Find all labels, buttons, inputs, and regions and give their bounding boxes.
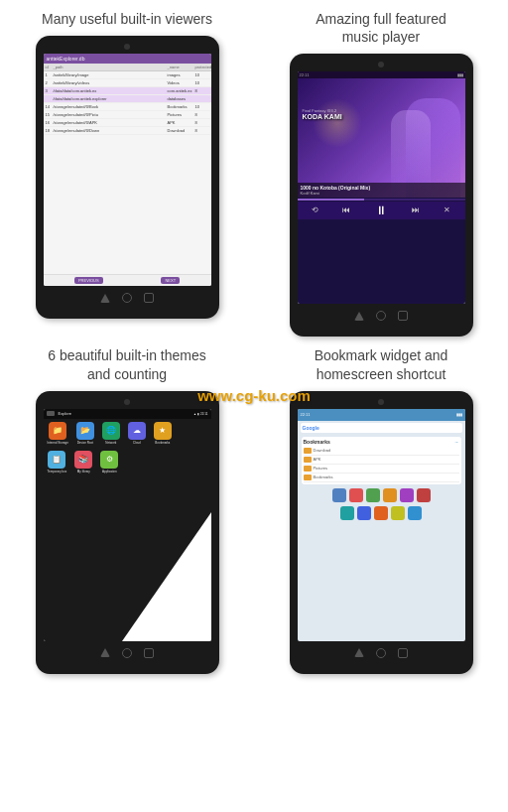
theme-icon-root: 📂 Device Root xyxy=(76,422,94,445)
tablet-screen-explorer: anttekExplorer.db id _path _name protect… xyxy=(44,54,211,286)
bk-time: 22:11 xyxy=(301,412,311,417)
bk-folder-icon-apk xyxy=(304,457,312,463)
bk-widget: Bookmarks → Download APK xyxy=(302,437,461,484)
tablet-nav-bar-2 xyxy=(298,309,465,323)
music-album-art: Final Fantasy XIII-2 KODA KAMI 1000 no K… xyxy=(298,78,465,198)
theme-icon-label-library: My library xyxy=(77,470,90,474)
explorer-table-header: id _path _name protected xyxy=(44,64,211,71)
table-row: 16/storage/emulated/0/APKAPK8 xyxy=(44,119,211,127)
music-shuffle-btn[interactable]: ✕ xyxy=(444,206,450,214)
tablet-camera-2 xyxy=(378,62,384,68)
nav-home-2[interactable] xyxy=(376,311,386,321)
music-next-btn[interactable]: ⏭ xyxy=(412,206,420,214)
nav-recent[interactable] xyxy=(144,293,154,303)
nav-home[interactable] xyxy=(122,293,132,303)
music-progress-fill xyxy=(298,199,365,201)
tablet-bookmarks: 22:11 ▮▮▮ Google Bookmarks → xyxy=(290,391,473,674)
bk-homescreen-icon-1[interactable] xyxy=(332,488,346,502)
music-play-pause-btn[interactable]: ⏸ xyxy=(375,204,387,216)
theme-icon-box-cloud: ☁ xyxy=(128,422,146,440)
theme-icon-tempbox: 📋 Temporary box xyxy=(48,451,67,474)
bk-homescreen-icon-2[interactable] xyxy=(349,488,363,502)
table-row: 2/anttek/library/videosVideos10 xyxy=(44,79,211,87)
prev-button[interactable]: PREVIOUS xyxy=(74,277,103,284)
col-header-id: id xyxy=(46,65,54,69)
nav-recent-3[interactable] xyxy=(144,648,154,658)
bk-widget-arrow[interactable]: → xyxy=(454,439,459,445)
theme-icon-storage: 📁 Internal Storage xyxy=(48,422,68,445)
nav-home-3[interactable] xyxy=(122,648,132,658)
table-row: 3/data/data/com.anttek.excom.anttek.ex8 xyxy=(44,87,211,95)
screen-themes: Explore ▲ ▮ 22:11 📁 Internal Storage xyxy=(44,409,211,641)
theme-icon-box-root: 📂 xyxy=(76,422,94,440)
bk-homescreen-icon-9[interactable] xyxy=(374,506,388,520)
bk-google-bar[interactable]: Google xyxy=(301,423,462,433)
theme-icon-box-tempbox: 📋 xyxy=(48,451,65,469)
next-button[interactable]: NEXT xyxy=(161,277,180,284)
music-time: 22:11 xyxy=(300,72,310,77)
theme-icon-cloud: ☁ Cloud xyxy=(128,422,146,445)
col-header-name: _name xyxy=(168,65,195,69)
themes-icon-row-2: 📋 Temporary box 📚 My library ⚙ Applicati… xyxy=(44,448,211,476)
main-grid: Many useful built-in viewers anttekExplo… xyxy=(0,0,508,674)
bk-folder-icon-bookmarks xyxy=(304,474,312,480)
bk-battery-icon: ▮▮▮ xyxy=(456,412,462,417)
theme-icon-library: 📚 My library xyxy=(74,451,92,474)
nav-recent-2[interactable] xyxy=(398,311,408,321)
theme-icon-bookmarks: ★ Bookmarks xyxy=(154,422,172,445)
themes-wifi-icon: ▲ xyxy=(193,412,196,416)
table-row: 15/storage/emulated/0/PictuPictures8 xyxy=(44,111,211,119)
bk-homescreen-row xyxy=(302,488,461,502)
bk-homescreen-icon-5[interactable] xyxy=(400,488,414,502)
cell-bookmarks-title: Bookmark widget andhomescreen shortcut xyxy=(315,346,448,382)
themes-icon-row-1: 📁 Internal Storage 📂 Device Root 🌐 Netwo… xyxy=(44,419,211,448)
theme-icon-box-library: 📚 xyxy=(74,451,92,469)
bk-item-pictures[interactable]: Pictures xyxy=(304,465,459,474)
music-repeat-btn[interactable]: ⟲ xyxy=(312,206,318,214)
nav-home-4[interactable] xyxy=(376,648,386,658)
tablet-nav-bar-3 xyxy=(44,646,211,660)
col-header-path: _path xyxy=(54,65,168,69)
bk-homescreen-icon-7[interactable] xyxy=(340,506,354,520)
table-row: 18/storage/emulated/0/DownDownload8 xyxy=(44,127,211,135)
album-glow xyxy=(313,98,362,148)
nav-back-4[interactable] xyxy=(354,648,364,657)
music-progress-bar[interactable] xyxy=(298,199,465,201)
music-prev-btn[interactable]: ⏮ xyxy=(342,206,350,214)
tablet-camera xyxy=(124,44,130,50)
themes-title-bar-text: Explore xyxy=(59,411,192,416)
bk-homescreen-icon-8[interactable] xyxy=(357,506,371,520)
theme-icon-label-storage: Internal Storage xyxy=(48,441,68,445)
tablet-screen-music: 22:11 ▮▮▮ Final Fantasy XIII-2 KODA xyxy=(298,71,465,304)
bk-item-download[interactable]: Download xyxy=(304,447,459,456)
bk-folder-icon-pictures xyxy=(304,466,312,472)
tablet-camera-3 xyxy=(124,399,130,405)
cell-music: Amazing full featuredmusic player 22:11 … xyxy=(254,0,508,337)
watermark: www.cg-ku.com xyxy=(197,387,311,404)
themes-status-icons: ▲ ▮ 22:11 xyxy=(193,412,208,416)
nav-back-2[interactable] xyxy=(354,312,364,321)
bk-top-bar: 22:11 ▮▮▮ xyxy=(298,409,465,421)
cell-music-title: Amazing full featuredmusic player xyxy=(316,10,446,46)
themes-battery-icon: ▮ xyxy=(197,412,199,416)
bk-homescreen-icon-10[interactable] xyxy=(391,506,405,520)
album-title-overlay: Final Fantasy XIII-2 KODA KAMI xyxy=(303,108,342,120)
nav-back-3[interactable] xyxy=(100,648,110,657)
bk-homescreen-icon-4[interactable] xyxy=(383,488,397,502)
music-battery: ▮▮▮ xyxy=(457,72,463,77)
bk-homescreen-icon-6[interactable] xyxy=(417,488,431,502)
theme-icon-label-bookmarks: Bookmarks xyxy=(155,441,170,445)
bk-homescreen-icon-11[interactable] xyxy=(408,506,422,520)
bk-item-label-pictures: Pictures xyxy=(314,466,327,471)
music-artist: Kodif Kami xyxy=(301,191,462,196)
nav-back[interactable] xyxy=(100,294,110,303)
tablet-themes: Explore ▲ ▮ 22:11 📁 Internal Storage xyxy=(36,391,219,674)
bk-item-bookmarks[interactable]: Bookmarks xyxy=(304,474,459,482)
bk-homescreen-icon-3[interactable] xyxy=(366,488,380,502)
bk-item-label-apk: APK xyxy=(314,457,321,462)
bk-item-apk[interactable]: APK xyxy=(304,456,459,465)
tablet-camera-4 xyxy=(378,399,384,405)
explorer-toolbar: anttekExplorer.db xyxy=(44,54,211,64)
tablet-explorer: anttekExplorer.db id _path _name protect… xyxy=(36,36,219,319)
nav-recent-4[interactable] xyxy=(398,648,408,658)
